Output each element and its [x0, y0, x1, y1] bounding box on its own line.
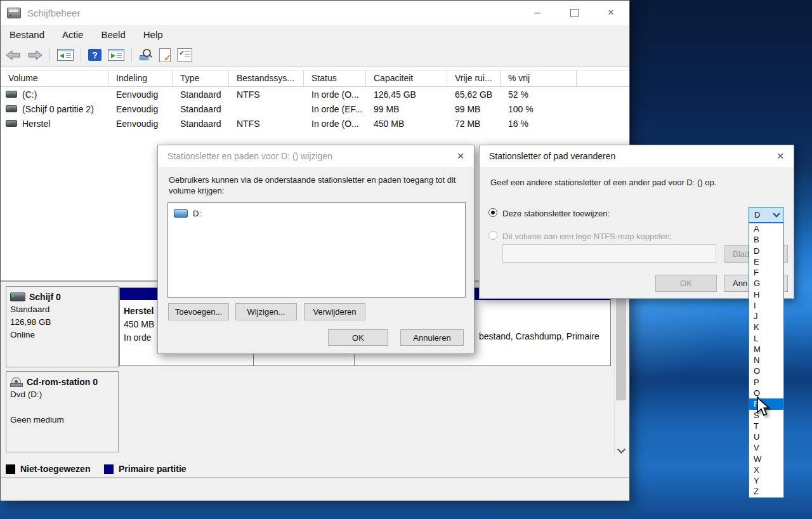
- column-header-pct-vrij[interactable]: % vrij: [501, 70, 577, 86]
- dialog-title: Stationsletter of pad veranderen: [489, 151, 615, 161]
- drive-letter-option[interactable]: F: [749, 267, 783, 278]
- drive-letter-entry: D:: [193, 209, 201, 218]
- drive-letter-option[interactable]: O: [749, 365, 783, 376]
- cell-vrije-ruimte: 72 MB: [447, 119, 501, 129]
- properties-list-icon[interactable]: ✓: [177, 48, 192, 62]
- show-action-pane-icon[interactable]: [108, 49, 124, 61]
- add-button[interactable]: Toevoegen...: [168, 303, 229, 320]
- close-icon[interactable]: ×: [450, 145, 471, 167]
- drive-letter-option[interactable]: X: [749, 464, 783, 475]
- help-icon[interactable]: ?: [88, 49, 102, 61]
- table-row[interactable]: (C:) Eenvoudig Standaard NTFS In orde (O…: [1, 87, 629, 102]
- table-row[interactable]: (Schijf 0 partitie 2) Eenvoudig Standaar…: [1, 102, 629, 116]
- volume-name: Herstel: [22, 119, 50, 129]
- drive-letter-listbox[interactable]: D:: [167, 202, 466, 298]
- drive-letter-option[interactable]: I: [749, 300, 783, 311]
- close-icon: ×: [608, 6, 614, 19]
- cdrom-status: Geen medium: [10, 415, 114, 425]
- assign-letter-label: Deze stationsletter toewijzen:: [502, 209, 610, 218]
- drive-letter-option[interactable]: B: [749, 234, 783, 245]
- disk-search-icon[interactable]: [139, 49, 153, 62]
- menu-help[interactable]: Help: [134, 29, 172, 40]
- column-header-status[interactable]: Status: [304, 70, 366, 86]
- ok-button[interactable]: OK: [655, 275, 717, 292]
- cell-capaciteit: 126,45 GB: [366, 89, 447, 100]
- volume-drive-icon: [6, 105, 17, 112]
- close-icon[interactable]: ×: [769, 145, 791, 167]
- column-header-indeling[interactable]: Indeling: [108, 70, 173, 86]
- dialog-title-bar: Stationsletter en paden voor D: () wijzi…: [158, 145, 474, 167]
- drive-letter-option[interactable]: L: [749, 333, 783, 344]
- mount-folder-radio[interactable]: [488, 231, 497, 240]
- drive-letter-option[interactable]: W: [749, 454, 783, 464]
- table-row[interactable]: Herstel Eenvoudig Standaard NTFS In orde…: [1, 116, 629, 131]
- drive-letter-option[interactable]: E: [749, 256, 783, 267]
- drive-letter-option[interactable]: Y: [749, 475, 783, 486]
- drive-letter-option[interactable]: J: [749, 311, 783, 322]
- menu-actie[interactable]: Actie: [53, 29, 92, 40]
- column-header-bestandssysteem[interactable]: Bestandssys...: [229, 70, 304, 86]
- legend-color-swatch: [104, 464, 114, 474]
- show-console-tree-icon[interactable]: [57, 49, 74, 61]
- cell-status: In orde (EF...: [304, 104, 366, 114]
- drive-letter-option[interactable]: M: [749, 344, 783, 355]
- minimize-button[interactable]: –: [519, 1, 556, 25]
- column-header-volume[interactable]: Volume: [1, 70, 108, 86]
- cell-type: Standaard: [173, 104, 229, 114]
- listbox-entry[interactable]: D:: [174, 209, 465, 218]
- volume-name: (C:): [22, 89, 37, 100]
- cdrom-label-panel[interactable]: Cd-rom-station 0 Dvd (D:) Geen medium: [6, 371, 119, 452]
- column-header-type[interactable]: Type: [173, 70, 229, 86]
- maximize-button[interactable]: [556, 1, 593, 25]
- assign-letter-radio[interactable]: [488, 208, 497, 217]
- legend-label: Primaire partitie: [119, 464, 187, 474]
- drive-letter-option[interactable]: N: [749, 355, 783, 365]
- back-icon[interactable]: [6, 50, 21, 60]
- cell-vrije-ruimte: 99 MB: [447, 104, 501, 114]
- drive-letter-option[interactable]: G: [749, 278, 783, 289]
- drive-letter-option[interactable]: V: [749, 442, 783, 453]
- scrollbar-thumb[interactable]: [616, 295, 626, 400]
- vertical-scrollbar[interactable]: [614, 282, 628, 456]
- legend-primary-partition: Primaire partitie: [104, 464, 187, 474]
- menu-beeld[interactable]: Beeld: [92, 29, 134, 40]
- remove-button[interactable]: Verwijderen: [304, 303, 365, 320]
- drive-letter-option[interactable]: Z: [749, 486, 783, 497]
- cdrom-name: Cd-rom-station 0: [27, 377, 98, 387]
- drive-letter-option[interactable]: P: [749, 377, 783, 388]
- forward-icon[interactable]: [27, 50, 43, 60]
- change-button[interactable]: Wijzigen...: [235, 303, 297, 320]
- partition-status: In orde: [124, 331, 154, 345]
- status-bar: [1, 477, 629, 499]
- check-document-icon[interactable]: ✓: [159, 48, 171, 62]
- column-header-vrije-ruimte[interactable]: Vrije rui...: [447, 70, 501, 86]
- partition-status-fragment: bestand, Crashdump, Primaire: [479, 331, 599, 341]
- cell-pct-vrij: 16 %: [501, 119, 577, 129]
- ok-button[interactable]: OK: [328, 329, 388, 346]
- cell-pct-vrij: 52 %: [501, 89, 577, 100]
- scroll-down-button[interactable]: [615, 445, 628, 456]
- drive-letter-option[interactable]: K: [749, 322, 783, 332]
- legend-label: Niet-toegewezen: [20, 464, 90, 474]
- cancel-button[interactable]: Annuleren: [400, 329, 464, 346]
- drive-letter-option[interactable]: U: [749, 431, 783, 442]
- drive-letter-dropdown[interactable]: A B D E F G H I J K L M N O P Q: [749, 223, 784, 498]
- cell-pct-vrij: 100 %: [501, 104, 577, 114]
- cell-vrije-ruimte: 65,62 GB: [447, 89, 501, 100]
- drive-letter-option[interactable]: T: [749, 421, 783, 431]
- mount-path-input[interactable]: [502, 244, 716, 263]
- cell-bestandssysteem: NTFS: [229, 119, 304, 129]
- drive-letter-option[interactable]: A: [749, 223, 783, 234]
- column-header-capaciteit[interactable]: Capaciteit: [366, 70, 447, 86]
- cell-indeling: Eenvoudig: [108, 89, 173, 100]
- close-button[interactable]: ×: [593, 1, 629, 25]
- dialog-description: Gebruikers kunnen via de onderstaande st…: [169, 174, 462, 196]
- disk0-label-panel[interactable]: Schijf 0 Standaard 126,98 GB Online: [6, 286, 119, 367]
- drive-letter-combobox[interactable]: D: [749, 207, 783, 223]
- menu-bestand[interactable]: Bestand: [1, 29, 53, 40]
- drive-letter-option[interactable]: D: [749, 246, 783, 256]
- drive-letter-option[interactable]: H: [749, 289, 783, 300]
- title-bar: Schijfbeheer – ×: [1, 1, 629, 25]
- cell-indeling: Eenvoudig: [108, 119, 173, 129]
- legend-unallocated: Niet-toegewezen: [6, 464, 90, 474]
